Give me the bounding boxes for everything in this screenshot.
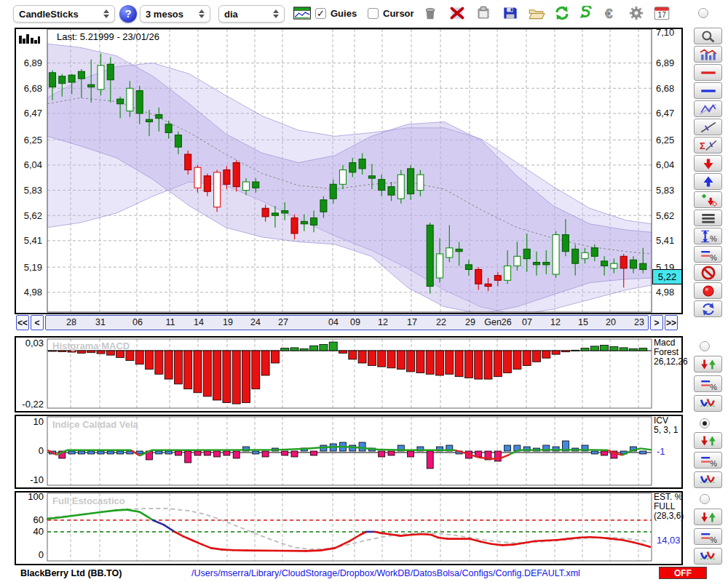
icv-v-curves-button[interactable] [694, 471, 722, 488]
svg-text:%: % [710, 234, 717, 242]
icv-bar-chart[interactable]: 100-10 [15, 415, 683, 489]
help-button[interactable]: ? [119, 5, 137, 23]
toolbar: CandleSticks ? 3 mesos dia ✓ Guies Curso… [0, 0, 728, 27]
refresh-icon[interactable] [551, 3, 573, 23]
date-label: 24 [250, 317, 261, 327]
sidebar-tool-sync[interactable] [694, 300, 722, 317]
sidebar-tool-forbidden[interactable] [694, 264, 722, 281]
stochastic-panel: 10060400 Full Estocastico [15, 491, 683, 565]
chart-style-mini-icon[interactable] [17, 31, 41, 50]
icv-lines-percent-button[interactable]: % [694, 452, 722, 469]
svg-text:6,47: 6,47 [656, 108, 674, 119]
svg-text:-10: -10 [30, 474, 44, 485]
euro-icon[interactable]: € [601, 3, 622, 23]
svg-text:6,89: 6,89 [24, 57, 42, 68]
date-label: 04 [328, 317, 339, 327]
period-label: 3 mesos [146, 9, 183, 20]
macd-radio[interactable] [700, 341, 710, 351]
date-label: 14 [194, 317, 204, 327]
sidebar-tool-red-hline[interactable] [694, 64, 722, 81]
svg-text:0: 0 [39, 549, 44, 560]
guies-checkbox[interactable]: ✓ [315, 8, 326, 19]
svg-text:€: € [605, 6, 612, 20]
est-v-curves-button[interactable] [694, 548, 722, 565]
date-label: 17 [407, 317, 417, 327]
sidebar-tool-record[interactable] [694, 282, 722, 299]
chevron-updown-icon [269, 9, 279, 18]
est-radio[interactable] [700, 494, 710, 504]
date-label: 12 [550, 317, 561, 327]
sidebar-tool-sigma-trend[interactable]: Σ [694, 137, 722, 154]
svg-text:100: 100 [28, 491, 44, 502]
current-price-badge: 5,22 [652, 269, 682, 284]
save-icon[interactable] [499, 3, 521, 23]
svg-text:6,89: 6,89 [656, 57, 674, 68]
stochastic-value: 14,03 [657, 535, 681, 546]
calendar-icon[interactable]: 17 [651, 3, 673, 23]
date-strip[interactable]: 2831061114192427040912172229Gen260712152… [45, 315, 649, 330]
sidebar-tool-triple-lines[interactable] [694, 210, 722, 226]
period-select[interactable]: 3 mesos [140, 5, 210, 23]
nav-next-button[interactable]: > [650, 315, 663, 330]
icv-radio[interactable] [700, 418, 710, 428]
right-toolbar: Σ%%%%% [684, 0, 728, 582]
delete-x-icon[interactable] [446, 3, 468, 23]
icv-value: -1 [657, 446, 665, 457]
stochastic-line-chart[interactable]: 10060400 [15, 491, 683, 565]
est-arrows-duo-button[interactable] [694, 509, 722, 525]
chart-window-icon[interactable] [291, 3, 313, 23]
symbol-label: BlackBerry Ltd (BB.TO) [20, 568, 122, 578]
interval-label: dia [224, 9, 238, 20]
sidebar-tool-blue-hline[interactable] [694, 82, 722, 99]
sidebar-tool-blue-up-arrow[interactable] [694, 173, 722, 190]
candlestick-chart[interactable]: 6,896,896,686,686,476,476,256,256,046,04… [15, 28, 683, 314]
svg-text:5,62: 5,62 [24, 210, 42, 221]
sidebar-tool-range-percent[interactable]: % [694, 228, 722, 244]
svg-text:6,04: 6,04 [24, 159, 42, 170]
interval-select[interactable]: dia [218, 5, 285, 23]
reload-icon[interactable] [576, 3, 598, 23]
cursor-checkbox[interactable] [368, 8, 379, 19]
macd-v-curves-button[interactable] [694, 395, 722, 412]
sidebar-tool-indicator-chart[interactable] [694, 46, 722, 63]
nav-last-button[interactable]: >> [665, 315, 678, 330]
date-label: 27 [278, 317, 288, 327]
macd-right-label: Macd Forest 26,12,26 [654, 338, 688, 367]
svg-text:%: % [710, 535, 717, 543]
chevron-updown-icon [99, 9, 109, 18]
nav-first-button[interactable]: << [16, 315, 29, 330]
icv-arrows-duo-button[interactable] [694, 432, 722, 449]
last-price-label: Last: 5.21999 - 23/01/26 [57, 31, 159, 42]
sidebar-tool-trendline[interactable] [694, 119, 722, 135]
icv-right-line2: 5, 3, 1 [654, 426, 678, 435]
sidebar-tool-lines-percent[interactable]: % [694, 246, 722, 263]
macd-lines-percent-button[interactable]: % [694, 375, 722, 392]
sidebar-tool-plus-arrow-diamond[interactable] [694, 191, 722, 208]
date-label: 31 [95, 317, 106, 327]
chart-type-label: CandleSticks [19, 9, 79, 20]
svg-text:4,98: 4,98 [656, 287, 674, 298]
icv-right-label: ICV 5, 3, 1 [654, 416, 678, 435]
paste-icon[interactable] [472, 3, 494, 23]
gear-icon[interactable] [625, 3, 647, 23]
svg-text:6,04: 6,04 [656, 159, 674, 170]
macd-histogram-chart[interactable]: 0,03-0,22 [15, 336, 683, 412]
sidebar-tool-magnifier[interactable] [694, 28, 722, 44]
date-label: 29 [465, 317, 475, 327]
macd-arrows-duo-button[interactable] [694, 356, 722, 372]
nav-prev-button[interactable]: < [31, 315, 44, 330]
svg-text:0,03: 0,03 [25, 338, 44, 348]
chart-type-select[interactable]: CandleSticks [13, 5, 115, 23]
svg-text:6,68: 6,68 [24, 83, 42, 94]
date-label: 11 [166, 317, 175, 327]
date-label: 09 [350, 317, 360, 327]
est-lines-percent-button[interactable]: % [694, 528, 722, 545]
sidebar-tool-zigzag[interactable] [694, 100, 722, 117]
svg-text:-0,22: -0,22 [22, 399, 44, 410]
svg-text:%: % [710, 382, 717, 391]
sidebar-tool-red-down-arrow[interactable] [694, 155, 722, 172]
off-button[interactable]: OFF [659, 567, 707, 579]
date-label: 12 [378, 317, 388, 327]
trash-icon[interactable] [419, 3, 441, 23]
open-folder-icon[interactable] [526, 3, 547, 23]
